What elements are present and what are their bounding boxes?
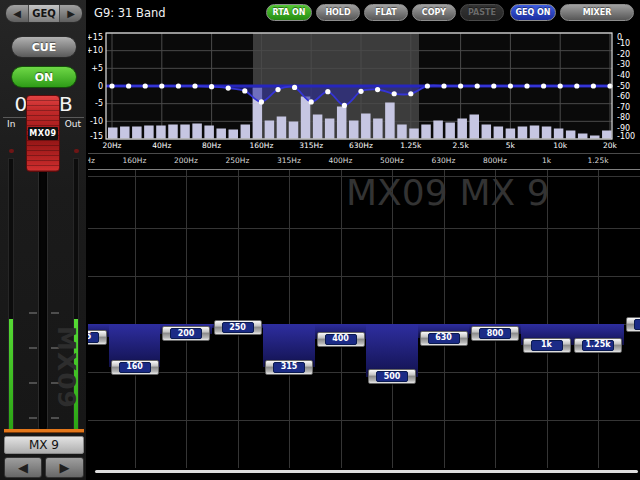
band-fader-handle-400[interactable]: 400 (317, 332, 365, 347)
band-fader-handle-160[interactable]: 160 (111, 360, 159, 375)
geq-editor-window: ◀ GEQ ▶ CUE ON 0.0dB In Out MX09 MX09 MX… (0, 0, 640, 480)
band-fader-handle-800[interactable]: 800 (471, 326, 519, 341)
x-tick-label: 40Hz (142, 141, 182, 150)
band-fader-label: 315 (273, 362, 305, 373)
band-gain-dot (408, 91, 413, 96)
band-gain-dot (143, 83, 148, 88)
band-gain-dot (325, 89, 330, 94)
rta-bar (457, 119, 467, 139)
page-title: G9: 31 Band (94, 6, 166, 20)
band-header-label: 630Hz (422, 156, 466, 165)
rta-bar (156, 126, 166, 139)
band-header-label: 1.25k (576, 156, 620, 165)
horizontal-scroll-indicator (95, 470, 638, 473)
geq-selector-label: GEQ (28, 5, 60, 22)
rta-bar (433, 121, 443, 139)
input-level-meter (8, 158, 14, 432)
hold-button[interactable]: HOLD (316, 4, 360, 21)
axis-label: +5 (91, 64, 103, 73)
band-header-label: 160Hz (113, 156, 157, 165)
prev-channel-button[interactable]: ◀ (4, 457, 42, 478)
axis-label: -80 (617, 113, 630, 122)
rta-bar (192, 124, 202, 139)
flat-button[interactable]: FLAT (364, 4, 408, 21)
prev-geq-arrow-icon[interactable]: ◀ (6, 5, 28, 22)
band-header-label: 125Hz (88, 156, 105, 165)
band-fader-handle-315[interactable]: 315 (265, 360, 313, 375)
rta-bar (518, 127, 528, 139)
band-fader-handle-500[interactable]: 500 (368, 369, 416, 384)
axis-label: +15 (88, 33, 103, 42)
rta-bar (494, 127, 504, 139)
rta-bar (470, 115, 480, 139)
rta-bar (229, 130, 239, 139)
rta-bar (132, 127, 142, 139)
band-gain-dot (558, 83, 563, 88)
axis-label: 0 (98, 82, 103, 91)
rta-bar (204, 126, 214, 139)
fader-tick (29, 417, 37, 419)
channel-name-label: MX 9 (4, 436, 84, 454)
cue-button[interactable]: CUE (11, 36, 77, 58)
channel-fader-handle[interactable]: MX09 (26, 95, 60, 172)
band-fader-handle-1.6k[interactable]: 1.6k (626, 317, 640, 332)
band-fader-label: 1k (531, 340, 563, 351)
band-gain-dot (109, 83, 114, 88)
band-gain-dot (392, 91, 397, 96)
band-fader-handle-250[interactable]: 250 (214, 320, 262, 335)
axis-label: -20 (617, 50, 630, 59)
panel-gridline (341, 170, 342, 468)
rta-bar (337, 107, 347, 139)
x-tick-label: 5k (490, 141, 530, 150)
next-channel-button[interactable]: ▶ (45, 457, 84, 478)
rta-bar (506, 129, 516, 139)
panel-gridline (88, 276, 640, 277)
fader-tick (51, 312, 59, 314)
panel-gridline (444, 170, 445, 468)
panel-gridline (238, 170, 239, 468)
axis-label: -100 (617, 132, 635, 141)
rta-bar (108, 128, 118, 139)
band-gain-dot (491, 83, 496, 88)
rta-bar (409, 129, 419, 139)
band-fader-handle-1.25k[interactable]: 1.25k (574, 338, 622, 353)
band-fader-handle-630[interactable]: 630 (420, 331, 468, 346)
band-fader-label: 1.25k (582, 340, 614, 351)
panel-gridline (547, 170, 548, 468)
x-tick-label: 2.5k (441, 141, 481, 150)
x-tick-label: 20k (590, 141, 630, 150)
band-gain-dot (309, 99, 314, 104)
panel-gridline (289, 170, 290, 468)
next-geq-arrow-icon[interactable]: ▶ (60, 5, 82, 22)
axis-label: -40 (617, 71, 630, 80)
band-gain-dot (458, 83, 463, 88)
rta-bar (168, 125, 178, 139)
band-fader-strip[interactable]: MX09MX 9 1251602002503154005006308001k1.… (88, 169, 640, 468)
band-fader-handle-125[interactable]: 125 (88, 330, 107, 345)
axis-label: -10 (617, 39, 630, 48)
band-fader-handle-1k[interactable]: 1k (523, 338, 571, 353)
rta-on-button[interactable]: RTA ON (266, 4, 312, 21)
band-fader-label: 500 (376, 371, 408, 382)
mixer-button[interactable]: MIXER (560, 4, 634, 21)
rta-bar (385, 103, 395, 139)
geq-rack-watermark: MX09MX 9 (346, 172, 550, 213)
band-fader-handle-200[interactable]: 200 (162, 326, 210, 341)
rta-bar (325, 119, 335, 139)
band-header-label: 1k (525, 156, 569, 165)
paste-button[interactable]: PASTE (460, 4, 504, 21)
geq-on-button[interactable]: GEQ ON (510, 4, 556, 21)
copy-button[interactable]: COPY (412, 4, 456, 21)
band-gain-dot (226, 86, 231, 91)
band-gain-dot (292, 85, 297, 90)
left-arrow-icon: ◀ (18, 460, 28, 475)
rta-bar (241, 125, 251, 139)
band-gain-dot (425, 83, 430, 88)
band-fader-label: 160 (119, 362, 151, 373)
band-header-label: 315Hz (267, 156, 311, 165)
rta-bar (361, 114, 371, 139)
on-button[interactable]: ON (11, 66, 77, 88)
channel-sidebar: ◀ GEQ ▶ CUE ON 0.0dB In Out MX09 MX09 MX… (0, 0, 87, 480)
band-gain-dot (524, 83, 529, 88)
axis-label: -50 (617, 82, 630, 91)
